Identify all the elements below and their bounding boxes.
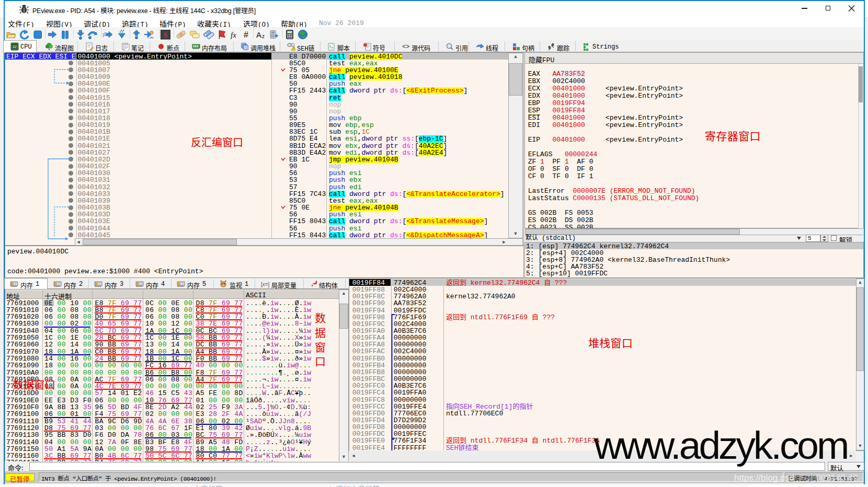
svg-text:#: # [244, 30, 248, 39]
svg-text:<>: <> [402, 43, 409, 51]
svg-text:A: A [256, 30, 261, 39]
svg-text:[x=]: [x=] [261, 282, 270, 287]
svg-text:S: S [164, 31, 168, 39]
svg-text:32: 32 [13, 45, 17, 49]
svg-text:z: z [262, 33, 265, 39]
svg-text:fx: fx [231, 31, 236, 39]
